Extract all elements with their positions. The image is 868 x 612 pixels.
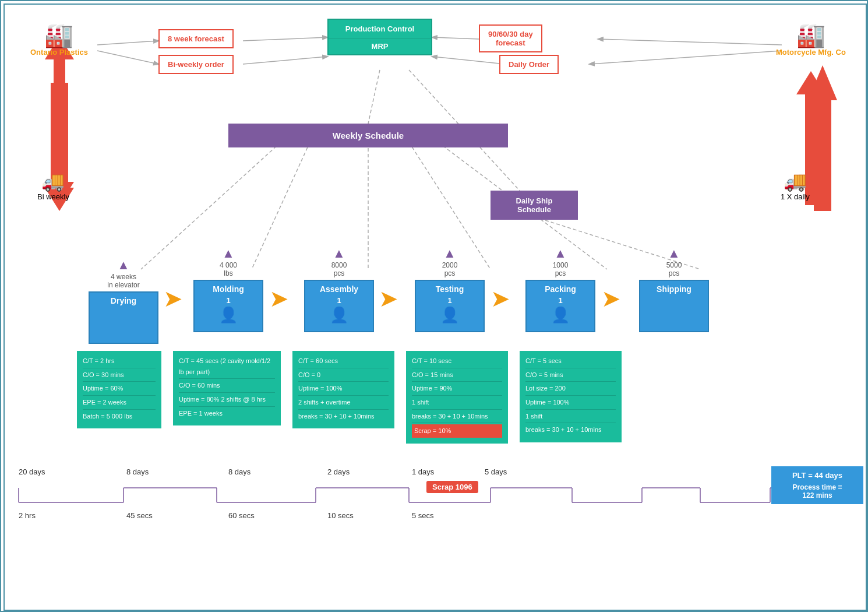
svg-line-6 [590,51,782,64]
assembly-box: Assembly 1 👤 [304,280,374,332]
assembly-triangle: ▲ [333,246,345,261]
testing-inv-label: 2000 [442,261,458,269]
factory-icon-ontario: 🏭 [30,23,88,47]
drying-section: ▲ 4 weeks in elevator Drying [89,258,158,344]
90-60-30-box: 90/60/30 dayforecast [479,24,542,52]
molding-uptime: Uptime = 80% 2 shifts @ 8 hrs [179,394,275,407]
packing-ct: C/T = 5 secs [525,356,616,368]
time-5secs: 5 secs [412,511,485,520]
daily-order-box: Daily Order [499,55,559,74]
timeline-times-row: 2 hrs 45 secs 60 secs 10 secs 5 secs [19,511,485,520]
drying-inv-label: 4 weeks [111,273,136,281]
daily-truck: 🚚 1 X daily [781,170,810,201]
drying-batch: Batch = 5 000 lbs [83,411,156,423]
assembly-title: Assembly [305,281,373,296]
day-2: 2 days [327,467,412,476]
assembly-breaks: breaks = 30 + 10 + 10mins [298,411,389,423]
testing-breaks: breaks = 30 + 10 + 10mins [412,411,502,424]
drying-epe: EPE = 2 weeks [83,397,156,410]
factory-icon-motorcycle: 🏭 [776,23,846,47]
truck-icon-left: 🚚 [37,170,69,192]
svg-line-8 [432,57,505,64]
shipping-inv-label: 5000 [666,261,682,269]
drying-ct: C/T = 2 hrs [83,356,156,368]
8week-forecast-box: 8 week forecast [158,29,234,48]
truck-icon-right: 🚚 [781,170,810,192]
assembly-uptime: Uptime = 100% [298,383,389,396]
packing-box: Packing 1 👤 [525,280,595,332]
testing-ct: C/T = 10 sesc [412,356,502,368]
daily-ship-box: Daily ShipSchedule [491,191,578,220]
timeline-days-row: 20 days 8 days 8 days 2 days 1 days 5 da… [19,467,558,476]
daily-order-label: Daily Order [509,60,549,69]
molding-section: ▲ 4 000 lbs Molding 1 👤 [193,246,263,332]
testing-number: 1 [416,296,484,305]
assembly-info-box: C/T = 60 secs C/O = 0 Uptime = 100% 2 sh… [292,351,394,428]
shipping-title: Shipping [640,281,708,296]
molding-number: 1 [195,296,262,305]
arrow-5: ➤ [601,287,621,310]
packing-shifts: 1 shift [525,411,616,424]
prod-control-title: Production Control [329,20,431,38]
svg-line-2 [97,51,158,64]
biweekly-order-box: Bi-weekly order [158,55,234,74]
testing-shifts: 1 shift [412,397,502,410]
packing-title: Packing [527,281,594,296]
production-control-box: Production Control MRP [327,19,432,55]
scrap-label: Scrap 1096 [432,483,472,491]
time-10secs: 10 secs [327,511,412,520]
svg-line-3 [243,37,327,41]
molding-co: C/O = 60 mins [179,380,275,393]
molding-inv-label: 4 000 [220,261,237,269]
assembly-operator-icon: 👤 [305,305,373,325]
biweekly-truck-label: Bi weekly [37,192,69,201]
process-time-label: Process time =122 mins [774,483,861,500]
testing-box: Testing 1 👤 [415,280,485,332]
packing-lotsize: Lot size = 200 [525,383,616,396]
svg-line-7 [432,37,479,39]
drying-inv-sub: in elevator [107,281,139,289]
molding-operator-icon: 👤 [195,305,262,325]
assembly-inv-label: 8000 [331,261,347,269]
packing-triangle: ▲ [554,246,567,261]
packing-section: ▲ 1000 pcs Packing 1 👤 [525,246,595,332]
arrow-1: ➤ [163,287,183,310]
ontario-plastics-factory: 🏭 Ontario Plastics [30,23,88,57]
time-2hrs: 2 hrs [19,511,126,520]
testing-scrap: Scrap = 10% [412,424,502,438]
molding-title: Molding [195,281,262,296]
diagram: 🏭 Ontario Plastics 🏭 Motorcycle Mfg. Co … [1,1,868,612]
drying-uptime: Uptime = 60% [83,383,156,396]
drying-info-box: C/T = 2 hrs C/O = 30 mins Uptime = 60% E… [77,351,161,428]
assembly-ct: C/T = 60 secs [298,356,389,368]
testing-info-box: C/T = 10 sesc C/O = 15 mins Uptime = 90%… [406,351,508,444]
assembly-section: ▲ 8000 pcs Assembly 1 👤 [304,246,374,332]
molding-triangle: ▲ [222,246,235,261]
packing-info-box: C/T = 5 secs C/O = 5 mins Lot size = 200… [520,351,622,442]
day-20: 20 days [19,467,126,476]
shipping-box: Shipping [639,280,709,332]
drying-title: Drying [90,293,157,308]
biweekly-truck: 🚚 Bi weekly [37,170,69,201]
biweekly-label: Bi-weekly order [168,60,224,69]
drying-co: C/O = 30 mins [83,370,156,382]
right-up-arrow [808,65,837,213]
90-60-30-label: 90/60/30 dayforecast [488,30,533,47]
arrow-2: ➤ [269,287,289,310]
drying-box: Drying [89,291,158,344]
assembly-shifts: 2 shifts + overtime [298,397,389,410]
assembly-number: 1 [305,296,373,305]
testing-section: ▲ 2000 pcs Testing 1 👤 [415,246,485,332]
daily-truck-label: 1 X daily [781,192,810,201]
testing-uptime: Uptime = 90% [412,383,502,396]
testing-title: Testing [416,281,484,296]
plt-box: PLT = 44 days Process time =122 mins [771,466,863,504]
packing-breaks: breaks = 30 + 10 + 10mins [525,424,616,437]
molding-inv-sub: lbs [224,269,232,277]
8week-label: 8 week forecast [168,34,224,43]
day-8a: 8 days [126,467,228,476]
daily-ship-label: Daily ShipSchedule [516,196,553,214]
motorcycle-label: Motorcycle Mfg. Co [776,48,846,57]
arrow-4: ➤ [491,287,510,310]
packing-inv-sub: pcs [555,269,566,277]
